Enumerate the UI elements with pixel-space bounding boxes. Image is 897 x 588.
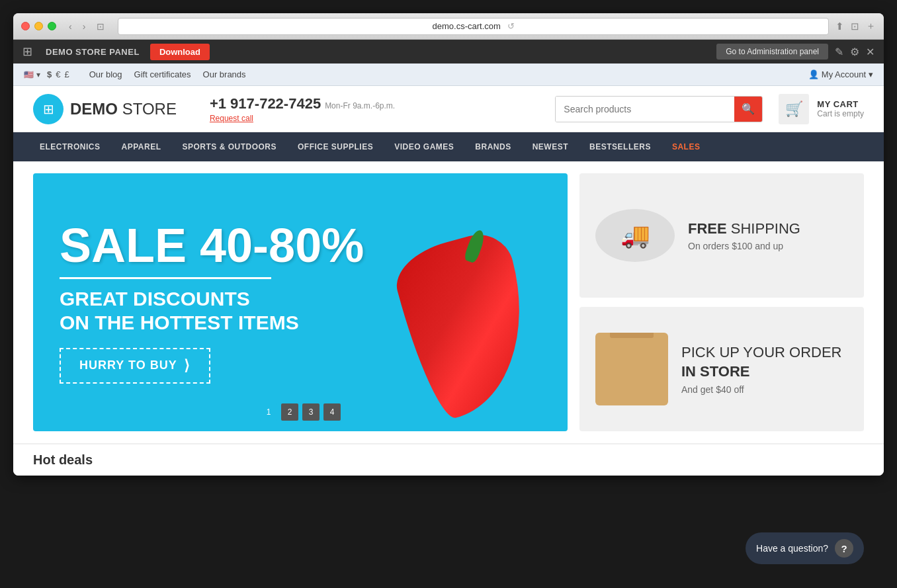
url-text: demo.cs-cart.com bbox=[433, 21, 501, 31]
side-banners: 🚚 FREE SHIPPING On orders $100 and up PI… bbox=[579, 173, 864, 431]
reload-icon[interactable]: ↺ bbox=[507, 21, 515, 31]
hero-content: SALE 40-80% GREAT DISCOUNTS ON THE HOTTE… bbox=[33, 173, 568, 431]
minimize-button[interactable] bbox=[34, 22, 43, 30]
phone-row: +1 917-722-7425 Mon-Fr 9a.m.-6p.m. bbox=[210, 95, 395, 112]
flag-dropdown-icon: ▾ bbox=[36, 70, 40, 79]
pickup-title-pre: PICK UP YOUR ORDER bbox=[681, 343, 841, 362]
browser-titlebar: ‹ › ⊡ demo.cs-cart.com ↺ ⬆ ⊡ ＋ bbox=[13, 13, 884, 40]
cart-text: MY CART Cart is empty bbox=[817, 99, 864, 118]
phone-number-text: +1 917-722-7425 bbox=[210, 95, 321, 112]
free-shipping-banner[interactable]: 🚚 FREE SHIPPING On orders $100 and up bbox=[579, 173, 864, 298]
box-icon bbox=[595, 333, 668, 405]
hero-banner[interactable]: SALE 40-80% GREAT DISCOUNTS ON THE HOTTE… bbox=[33, 173, 568, 431]
search-container: 🔍 bbox=[555, 96, 763, 122]
currency-usd[interactable]: $ bbox=[47, 69, 52, 79]
nav-newest[interactable]: NEWEST bbox=[522, 132, 579, 161]
nav-brands[interactable]: BRANDS bbox=[464, 132, 521, 161]
main-navigation: ELECTRONICS APPAREL SPORTS & OUTDOORS OF… bbox=[13, 132, 884, 161]
shipping-subtitle: On orders $100 and up bbox=[688, 241, 800, 251]
cart-status: Cart is empty bbox=[817, 109, 864, 118]
settings-icon-button[interactable]: ⚙ bbox=[850, 46, 859, 58]
request-call-link[interactable]: Request call bbox=[210, 114, 395, 123]
pickup-subtitle: And get $40 off bbox=[681, 384, 841, 395]
cart-label: MY CART bbox=[817, 99, 864, 109]
search-area: 🔍 bbox=[555, 96, 763, 122]
pickup-banner[interactable]: PICK UP YOUR ORDER IN STORE And get $40 … bbox=[579, 307, 864, 431]
top-bar-right: 👤 My Account ▾ bbox=[808, 69, 873, 79]
close-icon-button[interactable]: ✕ bbox=[866, 46, 875, 58]
store-contact: +1 917-722-7425 Mon-Fr 9a.m.-6p.m. Reque… bbox=[210, 95, 395, 123]
search-button[interactable]: 🔍 bbox=[734, 97, 762, 122]
nav-videogames[interactable]: VIDEO GAMES bbox=[384, 132, 464, 161]
back-button[interactable]: ‹ bbox=[65, 20, 75, 33]
currency-eur[interactable]: € bbox=[56, 69, 60, 79]
cart-icon: 🛒 bbox=[785, 101, 803, 118]
nav-electronics[interactable]: ELECTRONICS bbox=[29, 132, 111, 161]
account-dropdown-icon: ▾ bbox=[869, 69, 873, 79]
logo-bold: DEMO bbox=[70, 100, 118, 118]
top-bar-nav: Our blog Gift certificates Our brands bbox=[89, 69, 246, 79]
hot-deals-bar: Hot deals bbox=[13, 443, 884, 476]
our-blog-link[interactable]: Our blog bbox=[89, 69, 122, 79]
our-brands-link[interactable]: Our brands bbox=[203, 69, 246, 79]
currency-gbp[interactable]: £ bbox=[64, 69, 69, 79]
gift-certificates-link[interactable]: Gift certificates bbox=[134, 69, 191, 79]
hero-subtitle-line2: ON THE HOTTEST ITEMS bbox=[60, 311, 541, 335]
tab-area: ⊡ bbox=[97, 21, 105, 32]
help-icon: ? bbox=[835, 539, 853, 558]
browser-window: ‹ › ⊡ demo.cs-cart.com ↺ ⬆ ⊡ ＋ ⊞ DEMO ST… bbox=[13, 13, 884, 476]
cart-icon-wrap: 🛒 bbox=[779, 94, 809, 124]
nav-bestsellers[interactable]: BESTSELLERS bbox=[579, 132, 662, 161]
store-logo[interactable]: ⊞ DEMO STORE bbox=[33, 94, 177, 124]
hero-subtitle: GREAT DISCOUNTS ON THE HOTTEST ITEMS bbox=[60, 287, 541, 335]
admin-logo-icon: ⊞ bbox=[22, 44, 32, 59]
shipping-title-bold: FREE bbox=[688, 220, 727, 237]
search-icon: 🔍 bbox=[742, 103, 755, 115]
pickup-banner-text: PICK UP YOUR ORDER IN STORE And get $40 … bbox=[681, 343, 841, 394]
address-bar[interactable]: demo.cs-cart.com ↺ bbox=[118, 18, 829, 35]
pickup-title-bold: IN STORE bbox=[681, 363, 750, 380]
window-controls bbox=[21, 22, 56, 30]
nav-sports[interactable]: SPORTS & OUTDOORS bbox=[171, 132, 287, 161]
share-button[interactable]: ⬆ bbox=[835, 20, 844, 32]
hero-cta-button[interactable]: HURRY TO BUY ⟩ bbox=[60, 348, 210, 384]
flag-selector[interactable]: 🇺🇸 ▾ bbox=[24, 70, 40, 79]
shipping-banner-text: FREE SHIPPING On orders $100 and up bbox=[688, 220, 800, 252]
shipping-title-rest: SHIPPING bbox=[727, 220, 800, 237]
store-header: ⊞ DEMO STORE +1 917-722-7425 Mon-Fr 9a.m… bbox=[13, 86, 884, 132]
new-tab-button[interactable]: ⊡ bbox=[851, 20, 859, 32]
shipping-title: FREE SHIPPING bbox=[688, 220, 800, 239]
download-button[interactable]: Download bbox=[150, 44, 210, 60]
logo-icon: ⊞ bbox=[33, 94, 64, 124]
hero-cta-label: HURRY TO BUY bbox=[79, 358, 177, 372]
top-bar: 🇺🇸 ▾ $ € £ Our blog Gift certificates Ou… bbox=[13, 63, 884, 86]
currency-selector: $ € £ bbox=[47, 69, 69, 79]
admin-panel-button[interactable]: Go to Administration panel bbox=[716, 44, 828, 60]
my-account-link[interactable]: 👤 My Account ▾ bbox=[808, 69, 873, 79]
nav-apparel[interactable]: APPAREL bbox=[111, 132, 172, 161]
maximize-button[interactable] bbox=[48, 22, 56, 30]
cart-area[interactable]: 🛒 MY CART Cart is empty bbox=[779, 94, 864, 124]
admin-right-actions: Go to Administration panel ✎ ⚙ ✕ bbox=[716, 44, 875, 60]
pickup-title: PICK UP YOUR ORDER IN STORE bbox=[681, 343, 841, 381]
browser-actions: ⬆ ⊡ ＋ bbox=[835, 20, 876, 32]
help-label: Have a question? bbox=[756, 543, 828, 554]
phone-hours: Mon-Fr 9a.m.-6p.m. bbox=[325, 101, 395, 110]
forward-button[interactable]: › bbox=[79, 20, 89, 33]
hero-subtitle-line1: GREAT DISCOUNTS bbox=[60, 287, 541, 311]
tab-view-button[interactable]: ⊡ bbox=[97, 21, 105, 32]
nav-office[interactable]: OFFICE SUPPLIES bbox=[287, 132, 384, 161]
nav-sales[interactable]: SALES bbox=[662, 132, 711, 161]
browser-nav: ‹ › bbox=[65, 20, 89, 33]
account-label: My Account bbox=[822, 69, 866, 79]
top-bar-left: 🇺🇸 ▾ $ € £ bbox=[24, 69, 69, 79]
add-tab-button[interactable]: ＋ bbox=[866, 20, 876, 32]
search-input[interactable] bbox=[556, 97, 734, 122]
help-widget[interactable]: Have a question? ? bbox=[746, 532, 864, 564]
admin-store-name: DEMO STORE PANEL bbox=[46, 47, 140, 57]
close-button[interactable] bbox=[21, 22, 30, 30]
hero-divider bbox=[60, 277, 271, 279]
account-icon: 👤 bbox=[808, 69, 819, 79]
edit-icon-button[interactable]: ✎ bbox=[835, 46, 843, 58]
flag-icon: 🇺🇸 bbox=[24, 70, 34, 79]
